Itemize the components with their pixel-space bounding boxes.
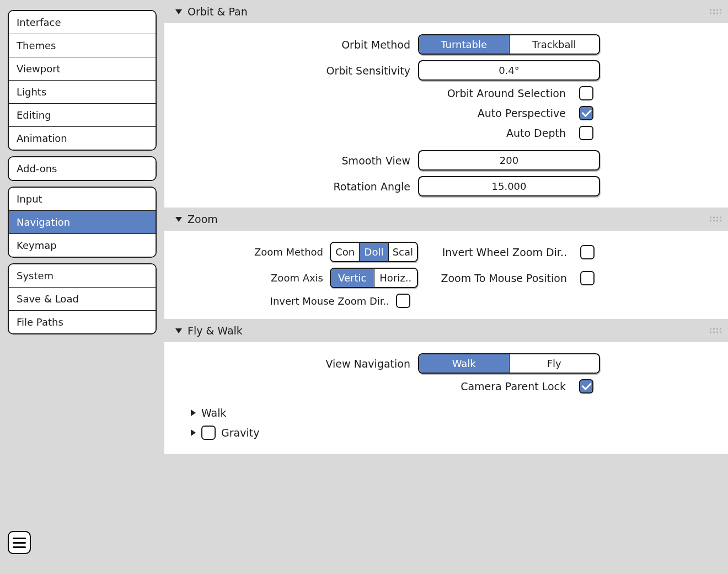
zoom-method-segment: Con Doll Scal [330, 242, 418, 262]
auto-depth-label: Auto Depth [506, 127, 572, 139]
section-title: Zoom [188, 213, 218, 225]
drag-handle-icon[interactable] [710, 9, 721, 14]
orbit-around-label: Orbit Around Selection [447, 87, 572, 99]
zoom-axis-horizontal[interactable]: Horiz.. [374, 269, 417, 287]
zoom-axis-vertical[interactable]: Vertic [331, 269, 374, 287]
section-header-fly[interactable]: Fly & Walk [164, 319, 728, 342]
sidebar-group-3: System Save & Load File Paths [8, 263, 157, 334]
smooth-view-label: Smooth View [170, 155, 418, 167]
section-title: Fly & Walk [188, 325, 243, 337]
camera-parent-lock-checkbox[interactable] [579, 379, 593, 394]
chevron-down-icon [175, 9, 182, 14]
auto-depth-checkbox[interactable] [579, 126, 593, 140]
section-header-orbit[interactable]: Orbit & Pan [164, 0, 728, 23]
zoom-method-scale[interactable]: Scal [389, 243, 417, 261]
sidebar-item-lights[interactable]: Lights [9, 81, 156, 104]
section-body-fly: View Navigation Walk Fly Camera Parent L… [164, 342, 728, 454]
view-navigation-label: View Navigation [170, 358, 418, 370]
view-navigation-segment: Walk Fly [418, 353, 600, 374]
chevron-right-icon [191, 429, 196, 436]
sidebar-item-input[interactable]: Input [9, 188, 156, 211]
chevron-down-icon [175, 328, 182, 333]
sidebar-item-addons[interactable]: Add-ons [9, 157, 156, 180]
sidebar-item-saveload[interactable]: Save & Load [9, 288, 156, 311]
auto-perspective-checkbox[interactable] [579, 106, 593, 120]
zoom-method-dolly[interactable]: Doll [360, 243, 388, 261]
orbit-method-segment: Turntable Trackball [418, 34, 600, 55]
sidebar-item-animation[interactable]: Animation [9, 127, 156, 150]
view-navigation-fly[interactable]: Fly [510, 354, 599, 373]
invert-wheel-label: Invert Wheel Zoom Dir.. [442, 246, 574, 258]
section-title: Orbit & Pan [188, 6, 248, 18]
main-panel: Orbit & Pan Orbit Method Turntable Track… [164, 0, 728, 574]
sidebar-item-interface[interactable]: Interface [9, 11, 156, 34]
chevron-right-icon [191, 410, 196, 416]
invert-mouse-checkbox[interactable] [396, 294, 410, 308]
subsection-title: Gravity [221, 427, 259, 439]
section-body-orbit: Orbit Method Turntable Trackball Orbit S… [164, 23, 728, 208]
sidebar-item-navigation[interactable]: Navigation [9, 211, 156, 234]
subsection-gravity[interactable]: Gravity [170, 422, 722, 443]
smooth-view-field[interactable]: 200 [418, 150, 600, 171]
sidebar-group-0: Interface Themes Viewport Lights Editing… [8, 10, 157, 151]
sidebar-item-themes[interactable]: Themes [9, 34, 156, 57]
section-header-zoom[interactable]: Zoom [164, 208, 728, 231]
orbit-method-trackball[interactable]: Trackball [510, 35, 599, 54]
zoom-method-label: Zoom Method [170, 246, 330, 258]
sidebar-item-system[interactable]: System [9, 264, 156, 288]
subsection-walk[interactable]: Walk [170, 403, 722, 422]
orbit-method-turntable[interactable]: Turntable [419, 35, 510, 54]
orbit-around-checkbox[interactable] [579, 86, 593, 100]
chevron-down-icon [175, 217, 182, 222]
sidebar-group-2: Input Navigation Keymap [8, 187, 157, 258]
zoom-to-mouse-checkbox[interactable] [580, 271, 595, 285]
drag-handle-icon[interactable] [710, 217, 721, 222]
sidebar: Interface Themes Viewport Lights Editing… [0, 0, 164, 574]
sidebar-group-1: Add-ons [8, 156, 157, 181]
zoom-axis-segment: Vertic Horiz.. [330, 268, 418, 288]
view-navigation-walk[interactable]: Walk [419, 354, 510, 373]
section-body-zoom: Zoom Method Con Doll Scal Invert Wheel Z… [164, 231, 728, 319]
camera-parent-lock-label: Camera Parent Lock [461, 380, 572, 392]
zoom-method-continue[interactable]: Con [331, 243, 360, 261]
drag-handle-icon[interactable] [710, 328, 721, 333]
orbit-method-label: Orbit Method [170, 39, 418, 51]
sidebar-item-viewport[interactable]: Viewport [9, 57, 156, 81]
invert-wheel-checkbox[interactable] [580, 245, 595, 259]
auto-perspective-label: Auto Perspective [478, 107, 572, 119]
orbit-sensitivity-field[interactable]: 0.4° [418, 60, 600, 81]
sidebar-item-keymap[interactable]: Keymap [9, 234, 156, 257]
sidebar-item-filepaths[interactable]: File Paths [9, 311, 156, 333]
invert-mouse-label: Invert Mouse Zoom Dir.. [170, 295, 396, 307]
hamburger-icon[interactable] [8, 531, 31, 554]
zoom-to-mouse-label: Zoom To Mouse Position [441, 272, 574, 284]
zoom-axis-label: Zoom Axis [170, 272, 330, 284]
rotation-angle-field[interactable]: 15.000 [418, 176, 600, 196]
orbit-sensitivity-label: Orbit Sensitivity [170, 65, 418, 77]
rotation-angle-label: Rotation Angle [170, 180, 418, 193]
subsection-title: Walk [201, 407, 227, 419]
sidebar-item-editing[interactable]: Editing [9, 104, 156, 127]
gravity-checkbox[interactable] [201, 426, 216, 440]
